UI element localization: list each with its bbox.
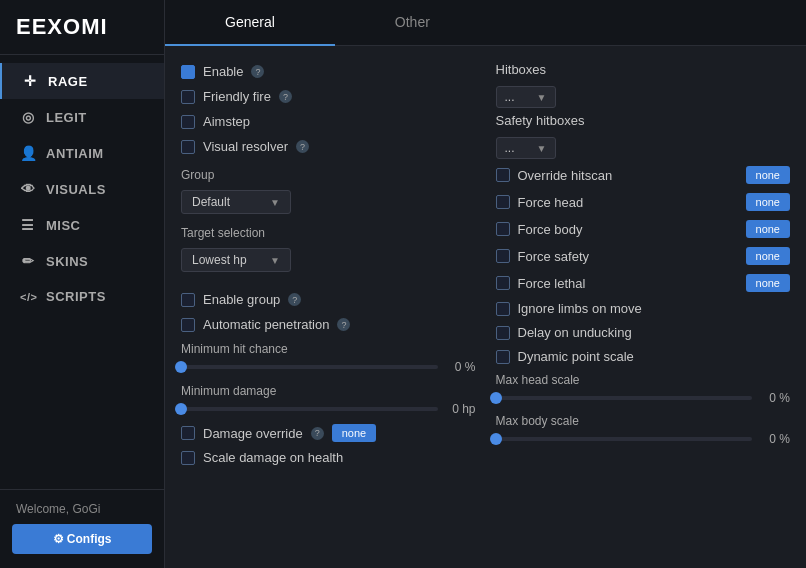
right-column: Hitboxes ... ▼ Safety hitboxes ... ▼ Ove… (496, 62, 791, 552)
target-selection-label: Target selection (181, 226, 476, 240)
force-safety-row: Force safety none (496, 245, 791, 267)
safety-hitboxes-dropdown[interactable]: ... ▼ (496, 137, 556, 159)
max-head-thumb[interactable] (490, 392, 502, 404)
enable-group-label: Enable group (203, 292, 280, 307)
visual-resolver-checkbox[interactable] (181, 140, 195, 154)
safety-value: ... (505, 141, 515, 155)
scale-damage-row: Scale damage on health (181, 448, 476, 467)
left-column: Enable ? Friendly fire ? Aimstep Visual … (181, 62, 476, 552)
enable-group-checkbox[interactable] (181, 293, 195, 307)
sidebar-item-legit[interactable]: ◎ LEGIT (0, 99, 164, 135)
misc-icon: ☰ (20, 217, 36, 233)
sidebar-item-antiaim[interactable]: 👤 ANTIAIM (0, 135, 164, 171)
safety-hitboxes-title: Safety hitboxes (496, 113, 791, 128)
force-lethal-row: Force lethal none (496, 272, 791, 294)
friendly-fire-help-icon[interactable]: ? (279, 90, 292, 103)
visual-resolver-row: Visual resolver ? (181, 137, 476, 156)
force-lethal-btn[interactable]: none (746, 274, 790, 292)
max-body-scale-label: Max body scale (496, 414, 791, 428)
ignore-limbs-label: Ignore limbs on move (518, 301, 791, 316)
damage-override-checkbox[interactable] (181, 426, 195, 440)
override-hitscan-checkbox[interactable] (496, 168, 510, 182)
enable-help-icon[interactable]: ? (251, 65, 264, 78)
welcome-text: Welcome, GoGi (12, 502, 152, 516)
scripts-icon: </> (20, 291, 36, 303)
force-body-checkbox[interactable] (496, 222, 510, 236)
friendly-fire-checkbox[interactable] (181, 90, 195, 104)
sidebar-item-label: ANTIAIM (46, 146, 104, 161)
sidebar-item-skins[interactable]: ✏ SKINS (0, 243, 164, 279)
max-body-track[interactable] (496, 437, 753, 441)
auto-penetration-help-icon[interactable]: ? (337, 318, 350, 331)
min-hit-chance-track[interactable] (181, 365, 438, 369)
sidebar-nav: ✛ RAGE ◎ LEGIT 👤 ANTIAIM 👁 VISUALS ☰ MIS… (0, 55, 164, 489)
auto-penetration-checkbox[interactable] (181, 318, 195, 332)
max-head-track[interactable] (496, 396, 753, 400)
sidebar-item-label: SKINS (46, 254, 88, 269)
enable-label: Enable (203, 64, 243, 79)
target-dropdown[interactable]: Lowest hp ▼ (181, 248, 291, 272)
delay-unducking-checkbox[interactable] (496, 326, 510, 340)
min-hit-chance-track-row: 0 % (181, 360, 476, 374)
max-body-thumb[interactable] (490, 433, 502, 445)
force-body-row: Force body none (496, 218, 791, 240)
delay-unducking-label: Delay on unducking (518, 325, 791, 340)
aimstep-row: Aimstep (181, 112, 476, 131)
force-body-btn[interactable]: none (746, 220, 790, 238)
min-damage-thumb[interactable] (175, 403, 187, 415)
damage-override-label: Damage override (203, 426, 303, 441)
dynamic-point-row: Dynamic point scale (496, 347, 791, 366)
force-safety-btn[interactable]: none (746, 247, 790, 265)
min-damage-slider-row: Minimum damage 0 hp (181, 384, 476, 416)
enable-group-help-icon[interactable]: ? (288, 293, 301, 306)
sidebar-item-visuals[interactable]: 👁 VISUALS (0, 171, 164, 207)
min-hit-chance-thumb[interactable] (175, 361, 187, 373)
enable-row: Enable ? (181, 62, 476, 81)
sidebar-item-label: MISC (46, 218, 81, 233)
dynamic-point-checkbox[interactable] (496, 350, 510, 364)
group-dropdown[interactable]: Default ▼ (181, 190, 291, 214)
visual-resolver-help-icon[interactable]: ? (296, 140, 309, 153)
force-head-btn[interactable]: none (746, 193, 790, 211)
main-content: General Other Enable ? Friendly fire ? A… (165, 0, 806, 568)
force-lethal-label: Force lethal (518, 276, 738, 291)
logo: EEXOMI (0, 0, 164, 55)
enable-checkbox[interactable] (181, 65, 195, 79)
min-damage-value: 0 hp (446, 402, 476, 416)
ignore-limbs-checkbox[interactable] (496, 302, 510, 316)
force-lethal-checkbox[interactable] (496, 276, 510, 290)
sidebar-item-label: SCRIPTS (46, 289, 106, 304)
tab-other[interactable]: Other (335, 0, 490, 46)
damage-override-btn[interactable]: none (332, 424, 376, 442)
group-value: Default (192, 195, 230, 209)
min-damage-track[interactable] (181, 407, 438, 411)
scale-damage-checkbox[interactable] (181, 451, 195, 465)
target-value: Lowest hp (192, 253, 247, 267)
force-safety-checkbox[interactable] (496, 249, 510, 263)
rage-icon: ✛ (22, 73, 38, 89)
damage-override-help-icon[interactable]: ? (311, 427, 324, 440)
force-head-checkbox[interactable] (496, 195, 510, 209)
hitboxes-value: ... (505, 90, 515, 104)
sidebar-item-misc[interactable]: ☰ MISC (0, 207, 164, 243)
sidebar-item-rage[interactable]: ✛ RAGE (0, 63, 164, 99)
sidebar-item-label: RAGE (48, 74, 88, 89)
damage-override-row: Damage override ? none (181, 424, 476, 442)
hitboxes-dropdown[interactable]: ... ▼ (496, 86, 556, 108)
sidebar-item-label: LEGIT (46, 110, 87, 125)
force-safety-label: Force safety (518, 249, 738, 264)
min-damage-label: Minimum damage (181, 384, 476, 398)
sidebar-item-scripts[interactable]: </> SCRIPTS (0, 279, 164, 314)
panel: Enable ? Friendly fire ? Aimstep Visual … (165, 46, 806, 568)
visuals-icon: 👁 (20, 181, 36, 197)
ignore-limbs-row: Ignore limbs on move (496, 299, 791, 318)
sidebar-footer: Welcome, GoGi ⚙ Configs (0, 489, 164, 568)
aimstep-checkbox[interactable] (181, 115, 195, 129)
max-head-value: 0 % (760, 391, 790, 405)
tabs-bar: General Other (165, 0, 806, 46)
skins-icon: ✏ (20, 253, 36, 269)
tab-general[interactable]: General (165, 0, 335, 46)
override-hitscan-btn[interactable]: none (746, 166, 790, 184)
override-hitscan-row: Override hitscan none (496, 164, 791, 186)
configs-button[interactable]: ⚙ Configs (12, 524, 152, 554)
